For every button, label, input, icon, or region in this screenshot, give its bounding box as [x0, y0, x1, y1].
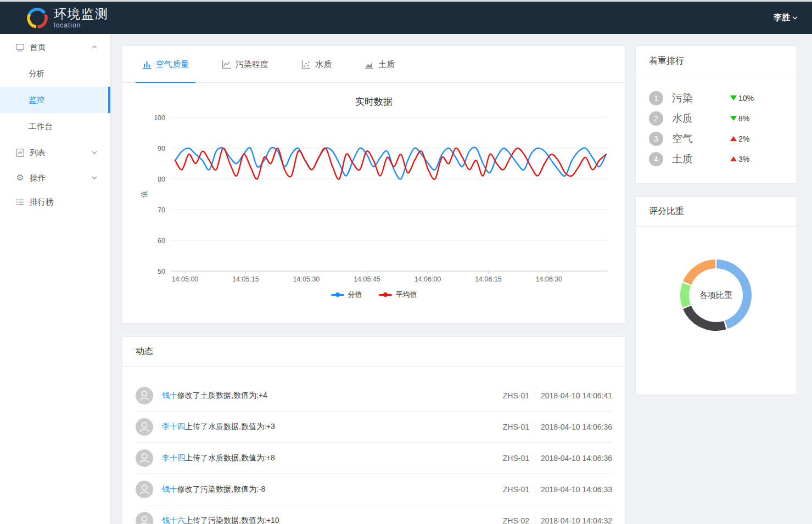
legend-item-score[interactable]: 分值 — [331, 290, 362, 300]
svg-text:14:06:15: 14:06:15 — [475, 275, 502, 283]
activity-row: 李十四上传了水质数据,数值为:+8 ZHS-012018-04-10 14:06… — [136, 443, 612, 474]
sidebar-item-operations[interactable]: ⚙ 操作 — [0, 166, 110, 190]
divider — [535, 423, 535, 431]
ranking-list: 1 污染 10% 2 水质 8% 3 空气 2% 4 土质 3% — [636, 76, 797, 169]
rank-label: 空气 — [672, 132, 730, 146]
ranking-card: 着重排行 1 污染 10% 2 水质 8% 3 空气 2% 4 土质 3% — [635, 46, 797, 184]
sidebar-item-home[interactable]: 首页 — [0, 34, 110, 60]
activity-user-link[interactable]: 李十四 — [162, 422, 185, 431]
sidebar-item-list[interactable]: 列表 — [0, 139, 110, 166]
timestamp: 2018-04-10 14:04:32 — [541, 516, 612, 524]
svg-text:值: 值 — [140, 191, 148, 198]
svg-text:14:05:45: 14:05:45 — [354, 275, 380, 283]
activity-user-link[interactable]: 钱十 — [162, 484, 177, 493]
tab-air-quality[interactable]: 空气质量 — [136, 46, 195, 82]
avatar — [136, 449, 153, 467]
realtime-line-chart: 1009080706050值14:05:0014:05:1514:05:3014… — [122, 106, 626, 289]
activity-text: 上传了污染数据,数值为:+10 — [185, 516, 279, 524]
user-name: 李胜 — [774, 13, 790, 23]
donut-center-label: 各项比重 — [667, 246, 765, 345]
gear-icon: ⚙ — [15, 173, 25, 183]
rank-badge: 4 — [649, 152, 663, 166]
svg-text:60: 60 — [158, 237, 165, 245]
rank-label: 污染 — [672, 91, 730, 105]
ranking-row: 4 土质 3% — [649, 149, 783, 169]
app-header: 环境监测 location 李胜 — [0, 2, 812, 34]
rank-label: 水质 — [672, 111, 730, 126]
chevron-down-icon — [792, 16, 798, 20]
logo-ring-icon — [25, 6, 49, 30]
tab-bar: 空气质量 污染程度 水质 土质 — [122, 46, 625, 83]
chevron-down-icon — [92, 151, 97, 154]
rank-badge: 3 — [649, 132, 663, 146]
legend-item-average[interactable]: 平均值 — [379, 290, 417, 300]
avatar — [136, 512, 153, 524]
activity-user-link[interactable]: 李十四 — [162, 453, 185, 462]
activity-user-link[interactable]: 钱十 — [162, 391, 177, 399]
svg-text:50: 50 — [158, 268, 165, 275]
score-weight-title: 评分比重 — [636, 197, 797, 227]
area-chart-icon — [365, 60, 374, 69]
timestamp: 2018-04-10 14:06:33 — [541, 485, 612, 494]
svg-text:14:05:30: 14:05:30 — [293, 275, 320, 283]
sidebar-item-ranking[interactable]: 排行榜 — [0, 190, 110, 214]
svg-text:80: 80 — [158, 176, 165, 183]
sidebar-item-workbench[interactable]: 工作台 — [0, 113, 110, 139]
avatar — [136, 418, 153, 436]
svg-text:100: 100 — [154, 114, 165, 122]
tab-water-quality[interactable]: 水质 — [295, 46, 338, 82]
activity-user-link[interactable]: 钱十六 — [162, 516, 185, 524]
triangle-icon — [730, 156, 737, 161]
monitor-chart-card: 空气质量 污染程度 水质 土质 实时数据 1009080706050值14:05… — [122, 46, 626, 324]
line-chart-icon — [15, 148, 25, 157]
activity-text: 修改了污染数据,数值为:-8 — [177, 484, 265, 493]
legend-line-dot-icon — [379, 292, 392, 297]
user-menu[interactable]: 李胜 — [774, 2, 798, 34]
activity-list: 钱十修改了土质数据,数值为:+4 ZHS-012018-04-10 14:06:… — [122, 367, 625, 524]
timestamp: 2018-04-10 14:06:36 — [541, 422, 612, 431]
avatar — [136, 387, 153, 404]
triangle-icon — [730, 95, 737, 100]
rank-badge: 2 — [649, 111, 663, 126]
timestamp: 2018-04-10 14:06:41 — [541, 391, 612, 400]
device-id: ZHS-01 — [503, 485, 529, 494]
app-title: 环境监测 — [54, 7, 109, 21]
activity-text: 上传了水质数据,数值为:+8 — [185, 453, 275, 462]
svg-text:14:05:00: 14:05:00 — [172, 275, 199, 283]
trend-up-indicator: 3% — [730, 155, 749, 164]
divider — [535, 454, 535, 462]
chart-legend: 分值 平均值 — [122, 290, 625, 300]
triangle-icon — [730, 136, 737, 141]
activity-card: 动态 钱十修改了土质数据,数值为:+4 ZHS-012018-04-10 14:… — [122, 336, 626, 524]
ranking-title: 着重排行 — [636, 46, 797, 76]
activity-text: 上传了水质数据,数值为:+3 — [185, 422, 275, 431]
rank-badge: 1 — [649, 91, 663, 105]
device-id: ZHS-02 — [503, 516, 529, 524]
app-subtitle: location — [54, 21, 109, 29]
tab-pollution-level[interactable]: 污染程度 — [215, 46, 275, 82]
activity-row: 钱十修改了污染数据,数值为:-8 ZHS-012018-04-10 14:06:… — [136, 474, 612, 505]
ranking-list-icon — [15, 198, 25, 207]
tab-soil-quality[interactable]: 土质 — [358, 46, 401, 82]
trend-up-indicator: 2% — [730, 134, 749, 143]
avatar — [136, 481, 153, 498]
divider — [535, 392, 535, 399]
sidebar: 首页 分析 监控 工作台 列表 ⚙ 操作 排行榜 — [0, 34, 110, 524]
svg-text:14:06:00: 14:06:00 — [415, 275, 441, 283]
svg-text:90: 90 — [158, 145, 165, 153]
timestamp: 2018-04-10 14:06:36 — [541, 454, 612, 463]
activity-text: 修改了土质数据,数值为:+4 — [177, 391, 267, 399]
chevron-up-icon — [92, 46, 97, 49]
activity-row: 钱十六上传了污染数据,数值为:+10 ZHS-022018-04-10 14:0… — [136, 505, 612, 524]
line-chart-icon — [222, 60, 231, 69]
activity-row: 李十四上传了水质数据,数值为:+3 ZHS-012018-04-10 14:06… — [136, 412, 612, 443]
ranking-row: 2 水质 8% — [649, 108, 783, 128]
device-id: ZHS-01 — [503, 422, 529, 431]
divider — [535, 517, 535, 524]
triangle-icon — [730, 116, 737, 121]
device-id: ZHS-01 — [503, 391, 529, 400]
sidebar-item-analysis[interactable]: 分析 — [0, 60, 110, 87]
score-weight-card: 评分比重 各项比重 — [635, 196, 797, 395]
sidebar-item-monitor[interactable]: 监控 — [0, 87, 110, 113]
divider — [535, 486, 535, 493]
